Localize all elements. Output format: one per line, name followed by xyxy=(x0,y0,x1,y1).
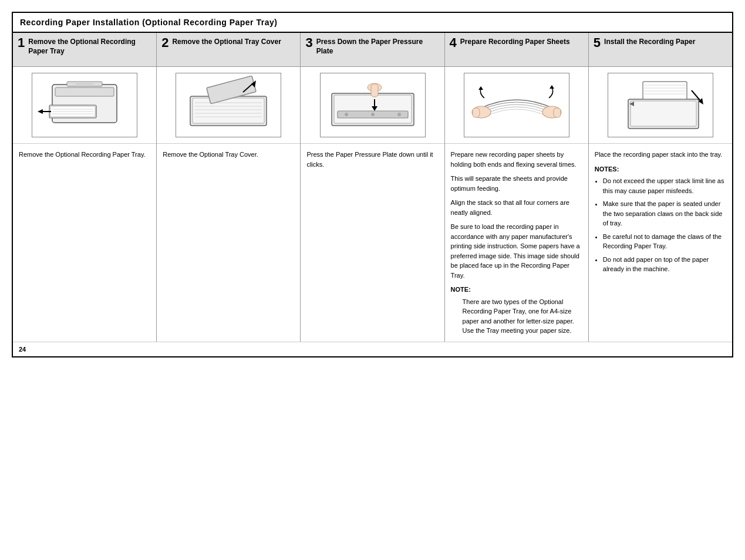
page-number: 24 xyxy=(19,346,26,353)
svg-rect-40 xyxy=(643,82,687,99)
step-image-box-4 xyxy=(464,73,569,137)
svg-marker-35 xyxy=(550,85,554,89)
svg-rect-34 xyxy=(554,108,561,117)
step-desc-4: Prepare new recording paper sheets by ho… xyxy=(445,144,588,342)
step-col-1: 1 Remove the Optional Recording Paper Tr… xyxy=(13,33,157,342)
step5-note-label: NOTES: xyxy=(595,164,726,174)
step-title-4: Prepare Recording Paper Sheets xyxy=(460,38,570,47)
step-col-3: 3 Press Down the Paper Pressure Plate xyxy=(301,33,444,342)
step-desc-2: Remove the Optional Tray Cover. xyxy=(157,144,300,342)
svg-marker-8 xyxy=(38,109,43,114)
svg-rect-38 xyxy=(631,101,696,126)
step-image-box-1 xyxy=(32,73,137,137)
step2-illustration xyxy=(178,76,278,134)
step4-note-label: NOTE: xyxy=(451,285,582,295)
step-image-area-1 xyxy=(13,67,156,144)
step5-bullet-1: Do not exceed the upper stack limit line… xyxy=(603,176,726,195)
step4-note-indent: There are two types of the Optional Reco… xyxy=(463,297,582,336)
step-title-5: Install the Recording Paper xyxy=(604,38,695,47)
step-header-1: 1 Remove the Optional Recording Paper Tr… xyxy=(13,33,156,67)
page-footer: 24 xyxy=(13,342,732,356)
step-number-3: 3 xyxy=(305,36,312,49)
step-col-2: 2 Remove the Optional Tray Cover xyxy=(157,33,301,342)
step-image-box-3 xyxy=(320,73,426,137)
step-header-4: 4 Prepare Recording Paper Sheets xyxy=(445,33,588,67)
step-number-1: 1 xyxy=(18,36,25,49)
step-desc-5: Place the recording paper stack into the… xyxy=(589,144,732,342)
step-image-area-5 xyxy=(589,67,732,144)
svg-point-24 xyxy=(345,113,348,116)
step-title-3: Press Down the Paper Pressure Plate xyxy=(316,38,440,56)
step-image-area-3 xyxy=(301,67,444,144)
step5-illustration xyxy=(611,76,710,134)
step5-bullet-4: Do not add paper on top of the paper alr… xyxy=(603,255,726,274)
step-desc-text-2: Remove the Optional Tray Cover. xyxy=(163,150,294,160)
svg-rect-32 xyxy=(473,108,480,117)
steps-row: 1 Remove the Optional Recording Paper Tr… xyxy=(13,33,732,342)
svg-point-25 xyxy=(371,113,374,116)
step5-note-block: NOTES: Do not exceed the upper stack lim… xyxy=(595,164,726,274)
step-title-2: Remove the Optional Tray Cover xyxy=(172,38,281,47)
step-desc-text-5: Place the recording paper stack into the… xyxy=(595,150,726,160)
step3-illustration xyxy=(323,76,423,134)
step-desc-text-3: Press the Paper Pressure Plate down unti… xyxy=(306,150,438,169)
step-desc-p1: Prepare new recording paper sheets by ho… xyxy=(451,150,582,169)
step-number-2: 2 xyxy=(161,36,168,49)
step-image-box-5 xyxy=(608,73,713,137)
svg-rect-28 xyxy=(371,84,378,97)
step-desc-text-1: Remove the Optional Recording Paper Tray… xyxy=(19,150,150,160)
step-image-area-4 xyxy=(445,67,588,144)
step-desc-p3: Align the stack so that all four corners… xyxy=(451,198,582,217)
page-wrapper: Recording Paper Installation (Optional R… xyxy=(12,12,733,357)
svg-marker-36 xyxy=(478,86,483,90)
step-number-4: 4 xyxy=(450,36,457,49)
step5-bullet-2: Make sure that the paper is seated under… xyxy=(603,199,726,228)
step4-note-block: NOTE: There are two types of the Optiona… xyxy=(451,285,582,336)
svg-rect-22 xyxy=(334,95,412,123)
step4-illustration xyxy=(467,76,567,134)
step-desc-p4: Be sure to load the recording paper in a… xyxy=(451,222,582,280)
step-header-3: 3 Press Down the Paper Pressure Plate xyxy=(301,33,444,67)
step-desc-3: Press the Paper Pressure Plate down unti… xyxy=(301,144,444,342)
step-number-5: 5 xyxy=(594,36,601,49)
step-header-2: 2 Remove the Optional Tray Cover xyxy=(157,33,300,67)
svg-rect-1 xyxy=(55,87,114,96)
step1-illustration xyxy=(35,76,134,134)
step-title-1: Remove the Optional Recording Paper Tray xyxy=(28,38,151,56)
svg-rect-12 xyxy=(193,98,264,123)
step-image-area-2 xyxy=(157,67,300,144)
svg-point-26 xyxy=(397,113,400,116)
step-desc-1: Remove the Optional Recording Paper Tray… xyxy=(13,144,156,342)
step-image-box-2 xyxy=(176,73,281,137)
page-title: Recording Paper Installation (Optional R… xyxy=(13,13,732,33)
step-col-4: 4 Prepare Recording Paper Sheets xyxy=(445,33,589,342)
step-col-5: 5 Install the Recording Paper xyxy=(589,33,732,342)
step-desc-p2: This will separate the sheets and provid… xyxy=(451,174,582,193)
step5-bullet-3: Be careful not to damage the claws of th… xyxy=(603,232,726,251)
step-header-5: 5 Install the Recording Paper xyxy=(589,33,732,67)
step5-bullets-list: Do not exceed the upper stack limit line… xyxy=(603,176,726,274)
